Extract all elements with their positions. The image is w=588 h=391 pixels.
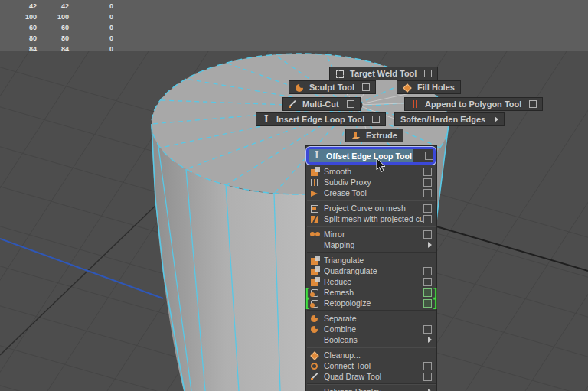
stats-value: 0 xyxy=(69,11,113,22)
highlighted-menu-item[interactable]: Offset Edge Loop Tool xyxy=(306,147,436,165)
menu-item-label: Smooth xyxy=(324,167,351,176)
menu-item-smooth[interactable]: Smooth xyxy=(306,166,436,177)
marking-menu-item-append-to-polygon-tool[interactable]: Append to Polygon Tool xyxy=(404,97,543,111)
marking-menu-item-insert-edge-loop-tool[interactable]: Insert Edge Loop Tool xyxy=(256,112,386,126)
stats-value: 80 xyxy=(37,33,69,44)
menu-item-cleanup[interactable]: Cleanup... xyxy=(306,350,436,360)
menu-item-project-curve-on-mesh[interactable]: Project Curve on mesh xyxy=(306,203,436,213)
new-feature-bracket-left: [ xyxy=(305,297,309,308)
menu-item-reduce[interactable]: Reduce xyxy=(306,276,436,287)
option-box-checkbox[interactable] xyxy=(423,325,432,334)
stats-value: 100 xyxy=(37,11,69,22)
menu-item-separate[interactable]: Separate xyxy=(306,313,436,324)
split-icon xyxy=(310,214,320,224)
option-box-checkbox[interactable] xyxy=(347,100,354,108)
submenu-arrow-icon xyxy=(495,116,498,122)
menu-item-triangulate[interactable]: Triangulate xyxy=(306,255,436,266)
diamond-icon xyxy=(310,350,320,360)
option-box-checkbox[interactable] xyxy=(372,116,380,123)
stats-value: 0 xyxy=(69,22,113,33)
menu-item-label: Mapping xyxy=(324,240,354,249)
mouse-cursor xyxy=(376,158,388,173)
menu-item-mirror[interactable]: Mirror xyxy=(306,229,436,239)
menu-item-label: Crease Tool xyxy=(324,188,367,197)
menu-item-label: Triangulate xyxy=(324,256,364,265)
menu-item-polygon-display[interactable]: Polygon Display xyxy=(306,386,436,391)
diamond-icon xyxy=(403,83,413,93)
stats-value: 0 xyxy=(69,33,113,44)
sculpt-icon xyxy=(295,83,305,93)
menu-item-quadrangulate[interactable]: Quadrangulate xyxy=(306,266,436,276)
submenu-arrow-icon xyxy=(428,242,432,248)
menu-item-label: Booleans xyxy=(324,335,358,344)
stats-value: 42 xyxy=(0,1,37,11)
stats-value: 84 xyxy=(37,44,69,54)
option-box-checkbox[interactable] xyxy=(423,189,432,197)
menu-item-label: Connect Tool xyxy=(324,361,371,370)
menu-item-label: Polygon Display xyxy=(324,387,381,391)
marking-menu-item-fill-holes[interactable]: Fill Holes xyxy=(397,80,461,94)
menu-item-combine[interactable]: Combine xyxy=(306,324,436,334)
menu-item-offset-edge-loop-tool[interactable]: Offset Edge Loop Tool xyxy=(309,149,433,162)
menu-item-connect-tool[interactable]: Connect Tool xyxy=(306,360,436,371)
pen-icon xyxy=(288,99,298,109)
menu-item-subdiv-proxy[interactable]: Subdiv Proxy xyxy=(306,177,436,187)
blob-icon xyxy=(310,314,320,324)
marking-menu-item-sculpt-tool[interactable]: Sculpt Tool xyxy=(289,80,376,94)
wedge-icon xyxy=(310,188,320,198)
option-box-checkbox[interactable] xyxy=(423,288,432,297)
menu-item-retopologize[interactable]: Retopologize[] xyxy=(306,298,436,308)
option-box-checkbox[interactable] xyxy=(423,278,432,286)
stats-value: 100 xyxy=(0,11,37,22)
option-box-checkbox[interactable] xyxy=(424,70,432,77)
remesh-icon xyxy=(310,298,320,308)
menu-item-label: Remesh xyxy=(324,288,354,297)
weld-icon xyxy=(335,69,345,79)
option-box-checkbox[interactable] xyxy=(425,152,433,160)
menu-item-label: Quadrangulate xyxy=(324,266,377,275)
option-box-checkbox[interactable] xyxy=(423,373,432,381)
stats-value: 0 xyxy=(69,1,113,11)
menu-item-label: Reduce xyxy=(324,277,351,286)
menu-item-mapping[interactable]: Mapping xyxy=(306,239,436,250)
maya-viewport[interactable]: 424201001000606008080084840 Target Weld … xyxy=(0,0,588,391)
remesh-icon xyxy=(310,288,320,298)
marking-menu-item-label: Append to Polygon Tool xyxy=(425,99,521,109)
menu-item-booleans[interactable]: Booleans xyxy=(306,334,436,345)
stats-value: 0 xyxy=(69,44,113,54)
marking-menu-item-soften-harden-edges[interactable]: Soften/Harden Edges xyxy=(394,112,505,126)
pen-icon xyxy=(310,372,320,382)
option-box-checkbox[interactable] xyxy=(423,230,432,239)
option-box-checkbox[interactable] xyxy=(362,83,370,91)
viewport-scene[interactable] xyxy=(0,0,588,391)
menu-item-remesh[interactable]: Remesh[] xyxy=(306,287,436,298)
context-menu: Offset Edge Loop ToolSmoothSubdiv ProxyC… xyxy=(305,145,437,391)
option-box-checkbox[interactable] xyxy=(423,168,432,176)
marking-menu-item-label: Soften/Harden Edges xyxy=(400,115,485,124)
marking-menu-item-extrude[interactable]: Extrude xyxy=(345,129,403,142)
menu-item-crease-tool[interactable]: Crease Tool xyxy=(306,187,436,198)
option-box-checkbox[interactable] xyxy=(423,215,432,223)
marking-menu-item-label: Target Weld Tool xyxy=(350,69,416,78)
option-box-checkbox[interactable] xyxy=(529,100,537,108)
dots-icon xyxy=(310,230,320,239)
option-box-checkbox[interactable] xyxy=(423,299,432,308)
option-box-cell xyxy=(413,149,433,162)
marking-menu-item-label: Fill Holes xyxy=(417,83,455,92)
stats-value: 60 xyxy=(37,22,69,33)
option-box-checkbox[interactable] xyxy=(423,362,432,370)
cube-icon xyxy=(310,277,320,287)
option-box-checkbox[interactable] xyxy=(423,178,432,187)
menu-item-split-mesh-with-projected-curve[interactable]: Split mesh with projected curve xyxy=(306,213,436,224)
stats-value: 84 xyxy=(0,44,37,54)
bars-icon xyxy=(410,99,420,109)
option-box-checkbox[interactable] xyxy=(423,204,432,213)
cube-icon xyxy=(310,167,320,177)
marking-menu-item-target-weld-tool[interactable]: Target Weld Tool xyxy=(329,67,438,80)
marking-menu-item-multi-cut[interactable]: Multi-Cut xyxy=(282,97,361,111)
stats-value: 42 xyxy=(37,1,69,11)
menu-item-label: Project Curve on mesh xyxy=(324,204,406,213)
option-box-checkbox[interactable] xyxy=(423,267,432,275)
menu-item-label: Cleanup... xyxy=(324,350,361,360)
menu-item-quad-draw-tool[interactable]: Quad Draw Tool xyxy=(306,371,436,382)
